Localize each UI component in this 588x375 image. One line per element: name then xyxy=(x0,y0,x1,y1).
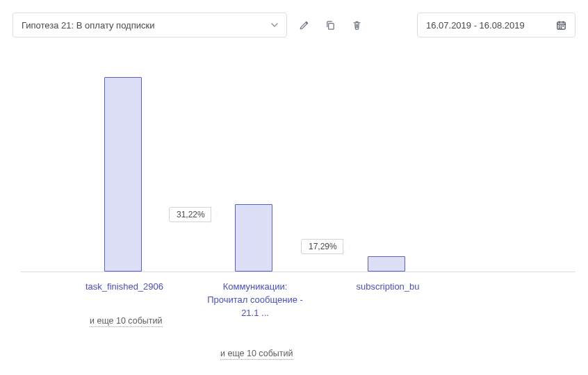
toolbar: Гипотеза 21: В оплату подписки 16.07.201… xyxy=(13,12,575,38)
svg-rect-2 xyxy=(559,25,560,26)
date-range-picker[interactable]: 16.07.2019 - 16.08.2019 xyxy=(417,12,575,38)
funnel-bar[interactable] xyxy=(235,204,272,272)
svg-rect-4 xyxy=(562,25,564,26)
copy-icon xyxy=(325,20,336,31)
calendar-icon xyxy=(556,20,566,31)
edit-button[interactable] xyxy=(294,15,313,35)
more-events-link[interactable]: и еще 10 событий xyxy=(90,316,163,327)
funnel-bar[interactable] xyxy=(368,256,405,272)
hypothesis-select[interactable]: Гипотеза 21: В оплату подписки xyxy=(13,12,287,38)
svg-rect-6 xyxy=(561,27,562,28)
funnel-bar[interactable] xyxy=(104,77,142,272)
trash-icon xyxy=(352,20,362,31)
funnel-step-label[interactable]: task_finished_2906 xyxy=(72,281,177,294)
copy-button[interactable] xyxy=(320,15,340,35)
arrow-right-icon xyxy=(343,239,350,254)
more-events-link[interactable]: и еще 10 событий xyxy=(220,349,293,360)
svg-rect-3 xyxy=(561,25,562,26)
conversion-label: 31,22% xyxy=(169,207,212,222)
hypothesis-select-label: Гипотеза 21: В оплату подписки xyxy=(22,20,154,31)
funnel-step-label[interactable]: subscription_bu xyxy=(336,281,440,294)
funnel-chart: 31,22%17,29% xyxy=(21,75,575,272)
delete-button[interactable] xyxy=(347,15,366,35)
conversion-value: 31,22% xyxy=(170,210,211,219)
chevron-down-icon xyxy=(271,23,278,27)
pencil-icon xyxy=(299,20,309,31)
conversion-label: 17,29% xyxy=(301,239,344,254)
arrow-right-icon xyxy=(211,207,218,222)
conversion-value: 17,29% xyxy=(302,242,343,251)
date-range-label: 16.07.2019 - 16.08.2019 xyxy=(426,20,525,31)
svg-rect-5 xyxy=(559,27,560,28)
svg-rect-0 xyxy=(328,23,334,28)
funnel-labels: task_finished_2906и еще 10 событийКоммун… xyxy=(21,272,575,375)
funnel-step-label[interactable]: Коммуникации: Прочитал сообщение - 21.1 … xyxy=(203,281,307,320)
